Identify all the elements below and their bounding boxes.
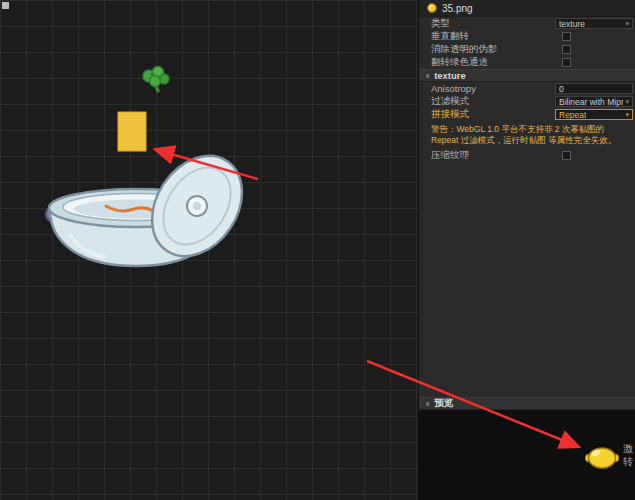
image-file-icon	[427, 3, 437, 13]
inspector-panel: 35.png 类型 texture ▾ 垂直翻转 消除透明的伪影 翻转绿色通道 …	[418, 0, 635, 500]
pot-sprite[interactable]	[46, 139, 260, 273]
prop-row-flip-vertical: 垂直翻转	[419, 30, 635, 43]
filter-mode-select[interactable]: Bilinear with Mipmaps ▾	[555, 96, 633, 107]
wrap-mode-label: 拼接模式	[431, 108, 555, 121]
chevron-down-icon: ▾	[625, 98, 629, 106]
broccoli-sprite[interactable]	[143, 67, 169, 92]
flip-green-checkbox[interactable]	[562, 58, 571, 67]
filter-mode-value: Bilinear with Mipmaps	[559, 97, 623, 107]
edge-tab-label: 激 转	[622, 442, 634, 468]
edge-tab-char-2: 转	[622, 455, 634, 468]
flip-green-label: 翻转绿色通道	[431, 56, 555, 69]
compress-label: 压缩纹理	[431, 149, 555, 162]
type-label: 类型	[431, 17, 555, 30]
anisotropy-value: 0	[559, 84, 564, 94]
texture-section-header[interactable]: ∨ texture	[419, 69, 635, 82]
wrap-mode-value: Repeat	[559, 110, 586, 120]
preview-area: 激 转	[419, 410, 635, 500]
fix-alpha-label: 消除透明的伪影	[431, 43, 555, 56]
texture-sprite[interactable]	[118, 112, 146, 151]
origin-marker	[2, 2, 9, 9]
filter-mode-label: 过滤模式	[431, 95, 555, 108]
caret-down-icon: ∨	[425, 400, 430, 408]
caret-down-icon: ∨	[425, 72, 430, 80]
asset-filename: 35.png	[442, 3, 473, 14]
asset-header: 35.png	[419, 0, 635, 17]
prop-row-flip-green: 翻转绿色通道	[419, 56, 635, 69]
preview-section-title: 预览	[434, 397, 453, 410]
scene-viewport[interactable]	[0, 0, 418, 500]
compress-checkbox[interactable]	[562, 151, 571, 160]
anisotropy-label: Anisotropy	[431, 83, 555, 94]
scene-layer	[0, 0, 418, 500]
texture-section-title: texture	[434, 70, 466, 81]
type-select-value: texture	[559, 19, 585, 29]
chevron-down-icon: ▾	[625, 20, 629, 28]
preview-section-header[interactable]: ∨ 预览	[419, 397, 635, 410]
type-select[interactable]: texture ▾	[555, 18, 633, 29]
wrap-mode-warning: 警告：WebGL 1.0 平台不支持非 2 次幂贴图的 Repeat 过滤模式，…	[419, 121, 635, 149]
wrap-mode-select[interactable]: Repeat ▾	[555, 109, 633, 120]
chevron-down-icon: ▾	[625, 111, 629, 119]
prop-row-compress: 压缩纹理	[419, 149, 635, 162]
edge-tab-char-1: 激	[622, 442, 634, 455]
fix-alpha-checkbox[interactable]	[562, 45, 571, 54]
flip-vertical-checkbox[interactable]	[562, 32, 571, 41]
prop-row-anisotropy: Anisotropy 0	[419, 82, 635, 95]
prop-row-wrap-mode: 拼接模式 Repeat ▾	[419, 108, 635, 121]
anisotropy-input[interactable]: 0	[555, 83, 633, 94]
prop-row-fix-alpha: 消除透明的伪影	[419, 43, 635, 56]
prop-row-type: 类型 texture ▾	[419, 17, 635, 30]
prop-row-filter-mode: 过滤模式 Bilinear with Mipmaps ▾	[419, 95, 635, 108]
lemon-preview-image	[585, 443, 619, 473]
flip-vertical-label: 垂直翻转	[431, 30, 555, 43]
